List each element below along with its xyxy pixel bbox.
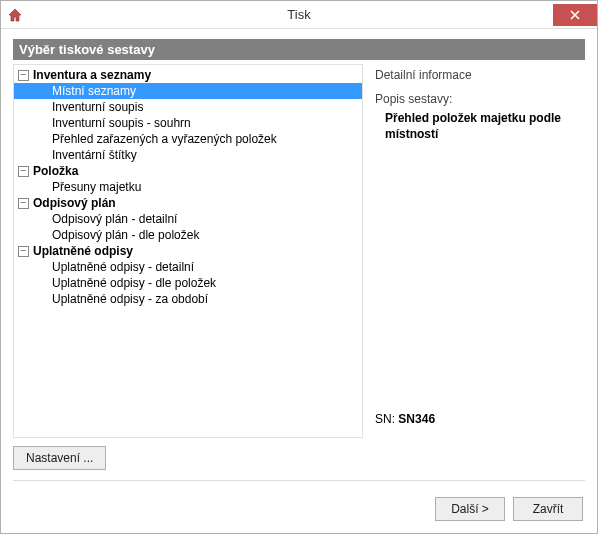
detail-desc-text: Přehled položek majetku podle místností [375,110,583,142]
detail-sn: SN: SN346 [375,412,583,426]
tree-group-label: Odpisový plán [33,196,116,210]
tree-item[interactable]: Inventurní soupis - souhrn [14,115,362,131]
close-button[interactable]: Zavřít [513,497,583,521]
main-split: −Inventura a seznamyMístní seznamyInvent… [13,64,585,438]
tree-item-label: Místní seznamy [52,84,358,98]
tree-item-label: Inventární štítky [52,148,358,162]
tree-item[interactable]: Uplatněné odpisy - detailní [14,259,362,275]
svg-marker-0 [9,9,21,21]
window-title: Tisk [1,7,597,22]
tree-item-label: Přesuny majetku [52,180,358,194]
titlebar: Tisk [1,1,597,29]
next-button[interactable]: Další > [435,497,505,521]
app-icon [7,7,23,23]
tree-item-label: Uplatněné odpisy - detailní [52,260,358,274]
expand-collapse-icon[interactable]: − [18,70,29,81]
tree-group-label: Položka [33,164,78,178]
close-window-button[interactable] [553,4,597,26]
detail-desc-label: Popis sestavy: [375,92,583,106]
tree-item-label: Inventurní soupis - souhrn [52,116,358,130]
expand-collapse-icon[interactable]: − [18,166,29,177]
close-icon [570,10,580,20]
tree-group[interactable]: −Inventura a seznamy [14,67,362,83]
tree-item-label: Uplatněné odpisy - dle položek [52,276,358,290]
divider [13,480,585,481]
sn-value: SN346 [398,412,435,426]
tree-item[interactable]: Inventurní soupis [14,99,362,115]
tree-item-label: Uplatněné odpisy - za období [52,292,358,306]
tree-group-label: Inventura a seznamy [33,68,151,82]
tree-group[interactable]: −Odpisový plán [14,195,362,211]
tree-group[interactable]: −Položka [14,163,362,179]
print-dialog-window: Tisk Výběr tiskové sestavy −Inventura a … [0,0,598,534]
settings-row: Nastavení ... [13,446,585,470]
tree-item[interactable]: Přesuny majetku [14,179,362,195]
tree-item[interactable]: Uplatněné odpisy - za období [14,291,362,307]
expand-collapse-icon[interactable]: − [18,198,29,209]
tree-item-label: Přehled zařazených a vyřazených položek [52,132,358,146]
tree-item[interactable]: Místní seznamy [14,83,362,99]
tree-item-label: Odpisový plán - dle položek [52,228,358,242]
content-area: Výběr tiskové sestavy −Inventura a sezna… [1,29,597,497]
tree-item[interactable]: Odpisový plán - detailní [14,211,362,227]
tree-item[interactable]: Uplatněné odpisy - dle položek [14,275,362,291]
footer-buttons: Další > Zavřít [1,497,597,533]
settings-button[interactable]: Nastavení ... [13,446,106,470]
detail-title: Detailní informace [375,68,583,82]
report-tree[interactable]: −Inventura a seznamyMístní seznamyInvent… [13,64,363,438]
tree-group[interactable]: −Uplatněné odpisy [14,243,362,259]
section-header: Výběr tiskové sestavy [13,39,585,60]
tree-item[interactable]: Odpisový plán - dle položek [14,227,362,243]
detail-panel: Detailní informace Popis sestavy: Přehle… [371,64,585,438]
tree-item[interactable]: Inventární štítky [14,147,362,163]
tree-group-label: Uplatněné odpisy [33,244,133,258]
sn-label: SN: [375,412,395,426]
expand-collapse-icon[interactable]: − [18,246,29,257]
tree-item-label: Inventurní soupis [52,100,358,114]
tree-item-label: Odpisový plán - detailní [52,212,358,226]
tree-item[interactable]: Přehled zařazených a vyřazených položek [14,131,362,147]
